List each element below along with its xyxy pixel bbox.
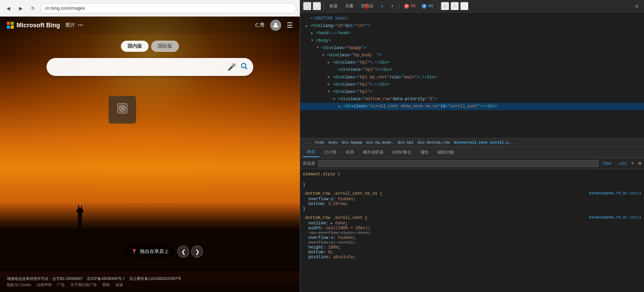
style-source-scroll-cont[interactable]: 04n9Ak5gh9K…fo.br.css:1 xyxy=(589,215,641,220)
tree-div-hpl-3[interactable]: <div class="hpl"> … </div> xyxy=(300,81,644,88)
next-image-button[interactable]: ❯ xyxy=(191,246,203,257)
domestic-region-button[interactable]: 国内版 xyxy=(121,41,149,52)
tree-div-hpl-2[interactable]: <div class="hpl"></div> xyxy=(300,66,644,74)
forward-button[interactable]: ▶ xyxy=(16,3,25,13)
devtools-profile-button[interactable] xyxy=(450,2,459,11)
styles-tab-styles[interactable]: 样式 xyxy=(303,148,319,157)
footer-about-ads[interactable]: 关于我们的广告 xyxy=(70,282,97,288)
tree-arrow-scroll-cont[interactable] xyxy=(339,104,344,109)
devtools-settings-button[interactable]: ⚙ xyxy=(441,2,450,11)
styles-tab-properties[interactable]: 属性 xyxy=(416,148,433,157)
devtools-more-button[interactable]: ··· xyxy=(460,2,469,11)
bing-hamburger-menu[interactable]: ☰ xyxy=(287,21,293,29)
bing-user-avatar[interactable] xyxy=(270,20,281,31)
prev-image-button[interactable]: ❮ xyxy=(177,246,189,257)
styles-tab-layout[interactable]: 布局 xyxy=(341,148,358,157)
back-button[interactable]: ◀ xyxy=(3,3,13,13)
bing-images-nav[interactable]: 图片 xyxy=(65,22,75,28)
style-prop-height: height: 100%; xyxy=(308,245,641,250)
microphone-icon[interactable]: 🎤 xyxy=(227,63,236,71)
tree-head[interactable]: <head> … </head> xyxy=(300,30,644,37)
tree-div-hpapp[interactable]: <div class="hpapp"> xyxy=(300,45,644,52)
svg-point-12 xyxy=(242,64,246,68)
tree-arrow-hpl-4[interactable] xyxy=(328,89,333,95)
devtools-elements-tab[interactable]: 元素 xyxy=(342,2,357,10)
filter-cls-button[interactable]: .cls xyxy=(617,161,627,166)
breadcrumb-div-hpapp[interactable]: div.hpapp xyxy=(340,140,364,145)
styles-tab-computed[interactable]: 已计算 xyxy=(320,148,341,157)
browser-toolbar: ◀ ▶ ↻ xyxy=(0,0,300,17)
styles-content[interactable]: element.style { } 04n9Ak5gh9K…fo.br.css:… xyxy=(300,169,644,292)
tree-arrow-hpapp[interactable] xyxy=(317,45,321,51)
triangle-icon[interactable]: ▶ xyxy=(331,222,333,225)
footer-link-1[interactable]: 京ICP备10036305号-7 xyxy=(87,276,125,281)
devtools-add-tab[interactable]: + xyxy=(388,2,397,10)
style-selector-scroll-cont[interactable]: 04n9Ak5gh9K…fo.br.css:1 .bottom_row .scr… xyxy=(303,215,641,220)
breadcrumb-div-bottom-row[interactable]: div.bottom_row xyxy=(416,140,451,145)
tree-arrow-bottom-row[interactable] xyxy=(333,97,338,102)
international-region-button[interactable]: 国际版 xyxy=(151,41,179,52)
tree-div-scroll-cont[interactable]: <div class="scroll_cont show_none no_vs"… xyxy=(300,103,644,110)
breadcrumb-body[interactable]: body xyxy=(327,140,339,145)
warning-count-badge[interactable]: ● 66 xyxy=(419,3,436,9)
error-count-badge[interactable]: ● 96 xyxy=(401,3,418,9)
tree-html[interactable]: <html lang="zh" dir="ltr"> xyxy=(300,22,644,30)
tree-div-hp-body[interactable]: <div class="hp_body "> xyxy=(300,52,644,59)
filter-hov-button[interactable]: :hov xyxy=(601,161,611,166)
footer-privacy[interactable]: 隐私与 Cookie xyxy=(7,282,31,288)
tree-div-hpl-1[interactable]: <div class="hpl"> … </div> xyxy=(300,59,644,66)
styles-tab-dom-breakpoints[interactable]: DOM 断点 xyxy=(388,148,416,157)
html-tree-panel[interactable]: <!DOCTYPE html> <html lang="zh" dir="ltr… xyxy=(300,12,644,138)
tree-div-hp-cont[interactable]: <div class="hpl hp_cont" role="main"> … … xyxy=(300,74,644,81)
tree-div-bottom-row[interactable]: <div class="bottom_row" data-priority="2… xyxy=(300,96,644,103)
footer-legal[interactable]: 法律声明 xyxy=(37,282,52,288)
toolbar-separator-3 xyxy=(438,3,439,10)
tree-arrow-head[interactable] xyxy=(311,31,316,36)
search-input[interactable] xyxy=(52,64,227,70)
styles-tab-accessibility[interactable]: 辅助功能 xyxy=(433,148,458,157)
ms-logo-green xyxy=(11,22,14,25)
breadcrumb-html[interactable]: html xyxy=(314,140,326,145)
tree-arrow-html[interactable] xyxy=(306,23,310,29)
tree-arrow-hpl-1[interactable] xyxy=(328,60,333,66)
breadcrumb-more[interactable]: ... xyxy=(303,140,313,145)
tree-arrow-hp-body[interactable] xyxy=(322,53,327,58)
devtools-console-tab[interactable]: 控制台 xyxy=(358,2,377,10)
bing-logo-area[interactable]: Microsoft Bing xyxy=(7,22,60,29)
devtools-more-tabs[interactable]: » xyxy=(378,2,387,10)
breadcrumb-div-hp-body[interactable]: div.hp_body. xyxy=(365,140,395,145)
attr-lang-val: zh xyxy=(338,23,343,29)
tree-arrow-hp-cont[interactable] xyxy=(328,75,333,80)
device-emulation-button[interactable] xyxy=(313,2,321,11)
styles-tab-event-listeners[interactable]: 事件侦听器 xyxy=(359,148,388,157)
filter-expand-button[interactable]: ⊞ xyxy=(638,160,641,166)
footer-feedback[interactable]: 反馈 xyxy=(115,282,123,288)
breadcrumb-div-hpl[interactable]: div.hpl xyxy=(396,140,415,145)
style-source-no-vs[interactable]: 04n9Ak5gh9K…fo.br.css:1 xyxy=(589,191,641,195)
svg-rect-7 xyxy=(78,205,79,209)
tree-body[interactable]: <body> xyxy=(300,37,644,45)
tree-arrow-hpl-3[interactable] xyxy=(328,82,333,87)
tree-arrow-body[interactable] xyxy=(311,38,316,43)
footer-link-2[interactable]: 京公网安备11010802022657号 xyxy=(129,276,182,281)
tree-div-hpl-4[interactable]: <div class="hpl"> xyxy=(300,88,644,96)
footer-ads[interactable]: 广告 xyxy=(57,282,65,288)
style-selector-no-vs[interactable]: 04n9Ak5gh9K…fo.br.css:1 .bottom_row .scr… xyxy=(303,191,641,196)
style-selector-element[interactable]: element.style { xyxy=(303,172,641,177)
devtools-welcome-tab[interactable]: 欢迎 xyxy=(326,2,341,10)
inspect-element-button[interactable] xyxy=(303,2,312,11)
filter-input[interactable] xyxy=(318,160,599,167)
refresh-button[interactable]: ↻ xyxy=(28,3,38,13)
bing-more-menu[interactable]: ··· xyxy=(78,22,83,29)
search-button-icon[interactable] xyxy=(240,62,248,72)
breadcrumb-div-scroll-cont[interactable]: div#scroll_cont.scroll_c… xyxy=(452,140,512,145)
visual-search-box[interactable] xyxy=(109,96,136,124)
style-body-element xyxy=(303,177,641,182)
tree-doctype[interactable]: <!DOCTYPE html> xyxy=(300,15,644,22)
footer-help[interactable]: 帮助 xyxy=(102,282,110,288)
svg-line-13 xyxy=(245,67,247,69)
devtools-close-button[interactable]: ✕ xyxy=(632,3,641,10)
breadcrumb-end[interactable]: … xyxy=(513,140,519,145)
filter-add-button[interactable]: + xyxy=(631,160,634,167)
address-bar[interactable] xyxy=(41,3,296,13)
